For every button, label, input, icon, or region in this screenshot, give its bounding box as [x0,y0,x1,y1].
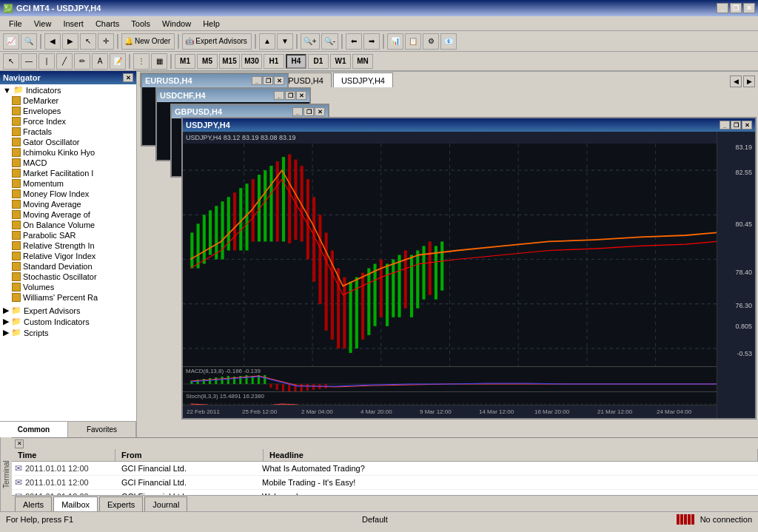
nav-section-scripts[interactable]: ▶ 📁 Scripts [0,327,136,338]
scroll-left-button[interactable]: ⬅ [346,33,362,50]
tf-d1[interactable]: D1 [308,54,329,69]
terminal-row-3[interactable]: ✉ 2011.01.01 12:00 GCI Financial Ltd. We… [12,490,758,495]
mdi-restore-eurusd[interactable]: ❐ [263,76,273,85]
tabs-scroll-left[interactable]: ◀ [730,75,742,87]
nav-indicator-rvi[interactable]: Relative Vigor Index [0,251,136,261]
minimize-button[interactable]: _ [717,3,728,13]
mdi-close-usdchf[interactable]: ✕ [296,91,306,100]
expand-icon: ▶ [3,328,9,337]
scroll-right-button[interactable]: ➡ [363,33,380,50]
zoom-in-button[interactable]: 🔍 [21,33,37,50]
tf-m15[interactable]: M15 [219,54,240,69]
nav-indicator-obv[interactable]: On Balance Volume [0,220,136,230]
title-bar-controls[interactable]: _ ❐ ✕ [717,3,755,13]
menu-window[interactable]: Window [156,18,197,30]
mdi-close-usdjpy[interactable]: ✕ [742,121,752,129]
nav-indicator-rsi[interactable]: Relative Strength In [0,240,136,251]
mdi-restore-usdjpy[interactable]: ❐ [731,121,741,129]
nav-indicator-ma[interactable]: Moving Average [0,199,136,209]
nav-indicator-gator[interactable]: Gator Oscillator [0,137,136,147]
buy-button[interactable]: ▲ [259,33,275,50]
mdi-minimize-eurusd[interactable]: _ [252,76,262,85]
forward-button[interactable]: ▶ [62,33,78,50]
nav-tab-common[interactable]: Common [0,422,68,437]
back-button[interactable]: ◀ [44,33,61,50]
mdi-window-usdjpy[interactable]: USDJPY,H4 _ ❐ ✕ USDJPY,H4 83.12 83.19 83… [181,117,757,420]
nav-indicator-ichimoku[interactable]: Ichimoku Kinko Hyo [0,147,136,158]
mdi-close-eurusd[interactable]: ✕ [274,76,284,85]
tabs-scroll-right[interactable]: ▶ [743,75,755,87]
text-tool[interactable]: A [92,53,108,70]
crosshair-button[interactable]: ✛ [98,33,114,50]
nav-indicator-stoch[interactable]: Stochastic Oscillator [0,272,136,282]
mdi-restore-gbpusd[interactable]: ❐ [303,107,314,116]
fib-tool[interactable]: ⋮ [133,53,150,70]
template-button[interactable]: 📋 [405,33,421,50]
email-button[interactable]: 📧 [440,33,457,50]
nav-section-indicators[interactable]: ▼ 📁 Indicators [0,84,136,95]
menu-help[interactable]: Help [197,18,226,30]
menu-file[interactable]: File [3,18,28,30]
nav-indicator-money-flow[interactable]: Money Flow Index [0,189,136,199]
nav-indicator-ma-of[interactable]: Moving Average of [0,209,136,220]
nav-indicator-fractals[interactable]: Fractals [0,127,136,137]
nav-section-custom[interactable]: ▶ 📁 Custom Indicators [0,316,136,327]
terminal-row-1[interactable]: ✉ 2011.01.01 12:00 GCI Financial Ltd. Wh… [12,462,758,476]
mdi-minimize-usdchf[interactable]: _ [274,91,284,100]
label-tool[interactable]: 📝 [110,53,126,70]
terminal-tab-journal[interactable]: Journal [144,496,187,511]
chart-tab-usdjpy[interactable]: USDJPY,H4 [333,73,393,87]
navigator-close-button[interactable]: ✕ [123,73,133,82]
zoom-out-chart-button[interactable]: 🔍- [321,33,338,50]
nav-indicator-parabolic[interactable]: Parabolic SAR [0,230,136,240]
nav-indicator-momentum[interactable]: Momentum [0,178,136,189]
menu-view[interactable]: View [28,18,58,30]
terminal-close-button[interactable]: ✕ [15,440,24,448]
nav-indicator-macd[interactable]: MACD [0,158,136,168]
hline-tool[interactable]: — [21,53,37,70]
tf-m30[interactable]: M30 [241,54,262,69]
nav-section-ea[interactable]: ▶ 📁 Expert Advisors [0,303,136,316]
nav-indicator-force-index[interactable]: Force Index [0,116,136,127]
tf-w1[interactable]: W1 [330,54,351,69]
nav-indicator-williams[interactable]: Williams' Percent Ra [0,292,136,303]
indicator-button[interactable]: 📊 [387,33,403,50]
mdi-restore-usdchf[interactable]: ❐ [285,91,295,100]
terminal-row-2[interactable]: ✉ 2011.01.01 12:00 GCI Financial Ltd. Mo… [12,476,758,490]
nav-indicator-demarker[interactable]: DeMarker [0,95,136,106]
trendline-tool[interactable]: ╱ [56,53,73,70]
pencil-tool[interactable]: ✏ [74,53,90,70]
menu-tools[interactable]: Tools [125,18,156,30]
tf-m1[interactable]: M1 [175,54,195,69]
mdi-minimize-usdjpy[interactable]: _ [720,121,730,129]
mdi-close-gbpusd[interactable]: ✕ [315,107,325,116]
chart-tab-scroll[interactable]: ◀ ▶ [730,75,758,87]
restore-button[interactable]: ❐ [730,3,742,13]
terminal-tab-experts[interactable]: Experts [99,496,143,511]
nav-indicator-envelopes[interactable]: Envelopes [0,106,136,116]
menu-insert[interactable]: Insert [57,18,90,30]
nav-indicator-mfi[interactable]: Market Facilitation I [0,168,136,178]
nav-indicator-stddev[interactable]: Standard Deviation [0,261,136,272]
new-chart-button[interactable]: 📈 [3,33,19,50]
nav-tab-favorites[interactable]: Favorites [68,422,136,437]
options-button[interactable]: ⚙ [423,33,439,50]
arrow-tool[interactable]: ↖ [3,53,19,70]
mdi-minimize-gbpusd[interactable]: _ [292,107,303,116]
terminal-tab-mailbox[interactable]: Mailbox [53,496,98,511]
expert-advisors-button[interactable]: 🤖 Expert Advisors [182,33,251,50]
gann-tool[interactable]: ▦ [151,53,167,70]
vline-tool[interactable]: | [38,53,55,70]
new-order-button[interactable]: 🔔 New Order [121,33,175,50]
tf-h1[interactable]: H1 [264,54,284,69]
sell-button[interactable]: ▼ [277,33,293,50]
zoom-in-chart-button[interactable]: 🔍+ [301,33,320,50]
nav-indicator-volumes[interactable]: Volumes [0,282,136,292]
close-button[interactable]: ✕ [743,3,755,13]
tf-h4[interactable]: H4 [286,54,306,69]
tf-m5[interactable]: M5 [197,54,218,69]
cursor-button[interactable]: ↖ [80,33,96,50]
menu-charts[interactable]: Charts [90,18,125,30]
terminal-tab-alerts[interactable]: Alerts [15,496,52,511]
tf-mn[interactable]: MN [352,54,373,69]
